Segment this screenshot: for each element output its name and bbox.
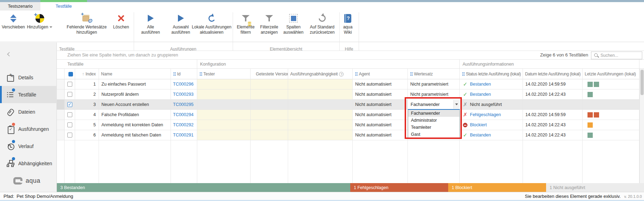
choose-columns-button[interactable]: Spaltenauswählen <box>281 12 306 41</box>
cell-agent[interactable]: Nicht automatisiert <box>353 100 408 110</box>
testcase-id-link[interactable]: TC000292 <box>173 122 193 127</box>
cell-tester[interactable] <box>197 110 251 120</box>
cell-abhaengigkeit[interactable] <box>288 89 353 100</box>
column-header-ausfuehrungsabhaengigkeit[interactable]: Ausführungsabhängigkeit <box>288 69 353 79</box>
cell-agent[interactable]: Nicht automatisiert <box>353 79 408 89</box>
cell-wertesatz[interactable]: Nicht parametrisiert <box>408 79 460 89</box>
cell-abhaengigkeit[interactable] <box>288 110 353 120</box>
cell-abhaengigkeit[interactable] <box>288 120 353 130</box>
refresh-local-executions-button[interactable]: Lokale Ausführungenaktualisieren <box>190 12 234 41</box>
cell-name[interactable]: Nutzerprofil ändern <box>99 89 171 100</box>
column-header-agent[interactable]: Agent <box>353 69 408 79</box>
sidebar-item-ausfuehrungen[interactable]: Ausführungen <box>0 120 57 138</box>
cell-version[interactable] <box>251 110 288 120</box>
combobox-dropdown-button[interactable] <box>453 100 459 109</box>
row-checkbox[interactable] <box>67 82 72 87</box>
table-row[interactable]: 1 Zu einfaches Passwort TC000296 Nicht a… <box>57 79 639 89</box>
cell-agent[interactable]: Nicht automatisiert <box>353 89 408 100</box>
cell-name[interactable]: Neuen Account erstellen <box>99 100 171 110</box>
cell-abhaengigkeit[interactable] <box>288 79 353 89</box>
vertical-scrollbar[interactable] <box>639 69 644 183</box>
cell-version[interactable] <box>251 100 288 110</box>
column-header-id[interactable]: Id <box>171 69 197 79</box>
cell-wertesatz[interactable]: Nicht parametrisiert <box>408 89 460 100</box>
column-header-tester[interactable]: Tester <box>197 69 251 79</box>
cell-version[interactable] <box>251 120 288 130</box>
show-filter-row-button[interactable]: Filterzeileanzeigen <box>257 12 281 41</box>
status-link[interactable]: Bestanden <box>470 82 491 87</box>
tab-testszenario[interactable]: Testszenario <box>0 2 40 11</box>
testcase-id-link[interactable]: TC000293 <box>173 92 193 97</box>
column-header-getestete-version[interactable]: Getestete Version <box>251 69 288 79</box>
dropdown-option-administrator[interactable]: Administrator <box>408 117 459 124</box>
table-row[interactable]: 2 Nutzerprofil ändern TC000293 Nicht aut… <box>57 89 639 100</box>
row-checkbox[interactable] <box>67 133 72 138</box>
delete-button[interactable]: Löschen <box>110 12 132 41</box>
table-row[interactable]: 5 Anmeldung mit korrekten Daten TC000292… <box>57 120 639 130</box>
cell-name[interactable]: Falsche Profildaten <box>99 110 171 120</box>
cell-abhaengigkeit[interactable] <box>288 100 353 110</box>
row-checkbox[interactable] <box>67 122 72 127</box>
testcase-id-link[interactable]: TC000296 <box>173 82 193 87</box>
column-header-datum[interactable]: Datum letzte Ausführung (lokal) <box>523 69 583 79</box>
cell-tester[interactable] <box>197 130 251 140</box>
column-header-status[interactable]: Status letzte Ausführung (lokal) <box>460 69 523 79</box>
dropdown-option-fachanwender[interactable]: Fachanwender <box>408 110 459 117</box>
aqua-wiki-button[interactable]: aquaWiki <box>340 12 356 41</box>
column-header-letzte-ausfuehrungen[interactable]: Letzte Ausführungen (lokal) <box>583 69 639 79</box>
dropdown-option-gast[interactable]: Gast <box>408 131 459 138</box>
execution-history-squares[interactable] <box>583 89 639 100</box>
cell-version[interactable] <box>251 89 288 100</box>
cell-abhaengigkeit[interactable] <box>288 130 353 140</box>
column-header-wertesatz[interactable]: Wertesatz <box>408 69 460 79</box>
select-all-checkbox[interactable] <box>65 69 75 79</box>
cell-tester[interactable] <box>197 120 251 130</box>
status-link[interactable]: Fehlgeschlagen <box>470 112 501 117</box>
column-header-name[interactable]: Name <box>99 69 171 79</box>
table-row[interactable]: 6 Anmeldung mit falschen Daten TC000291 … <box>57 130 639 140</box>
search-input[interactable] <box>600 53 637 58</box>
sidebar-item-testfaelle[interactable]: Testfälle <box>0 86 57 103</box>
cell-version[interactable] <box>251 130 288 140</box>
tab-testfaelle[interactable]: Testfälle <box>40 2 87 11</box>
filter-items-button[interactable]: Elementefiltern <box>234 12 257 41</box>
status-link[interactable]: Blockiert <box>470 122 487 127</box>
cell-tester[interactable] <box>197 89 251 100</box>
scrollbar-thumb[interactable] <box>640 70 644 95</box>
cell-agent[interactable]: Nicht automatisiert <box>353 120 408 130</box>
cell-tester[interactable] <box>197 79 251 89</box>
reset-to-default-button[interactable]: Auf Standardzurücksetzen <box>306 12 338 41</box>
execution-history-squares[interactable] <box>583 79 639 89</box>
run-all-button[interactable]: Alleausführen <box>138 12 163 41</box>
status-link[interactable]: Bestanden <box>470 133 491 138</box>
testcase-id-link[interactable]: TC000291 <box>173 133 193 138</box>
row-checkbox[interactable] <box>67 112 72 117</box>
cell-name[interactable]: Anmeldung mit korrekten Daten <box>99 120 171 130</box>
execution-history-squares[interactable] <box>583 110 639 120</box>
execution-history-squares[interactable] <box>583 120 639 130</box>
testcase-id-link[interactable]: TC000294 <box>173 112 193 117</box>
cell-name[interactable]: Anmeldung mit falschen Daten <box>99 130 171 140</box>
table-row-selected[interactable]: 3 Neuen Account erstellen TC000295 Nicht… <box>57 100 639 110</box>
move-button[interactable]: Verschieben <box>1 12 26 41</box>
sidebar-item-verlauf[interactable]: Verlauf <box>0 138 57 155</box>
wertesatz-combobox[interactable]: Fachanwender <box>408 100 460 110</box>
sidebar-item-details[interactable]: Details <box>0 69 57 86</box>
sidebar-item-dateien[interactable]: Dateien <box>0 103 57 120</box>
cell-tester[interactable] <box>197 100 251 110</box>
cell-name[interactable]: Zu einfaches Passwort <box>99 79 171 89</box>
status-link[interactable]: Bestanden <box>470 92 491 97</box>
dropdown-option-teamleiter[interactable]: Teamleiter <box>408 124 459 131</box>
cell-agent[interactable]: Nicht automatisiert <box>353 130 408 140</box>
add-button[interactable]: Hinzufügen <box>25 12 54 41</box>
row-checkbox-checked[interactable] <box>67 102 72 107</box>
column-header-index[interactable]: Index <box>75 69 99 79</box>
add-missing-valuesets-button[interactable]: Fehlende Wertesätzehinzufügen <box>65 12 108 41</box>
execution-history-squares[interactable] <box>583 130 639 140</box>
cell-agent[interactable]: Nicht automatisiert <box>353 110 408 120</box>
search-box[interactable] <box>591 52 642 59</box>
testcase-id-link[interactable]: TC000295 <box>173 102 193 107</box>
sidebar-item-abhaengigkeiten[interactable]: Abhängigkeiten <box>0 155 57 172</box>
row-checkbox[interactable] <box>67 92 72 97</box>
cell-version[interactable] <box>251 79 288 89</box>
